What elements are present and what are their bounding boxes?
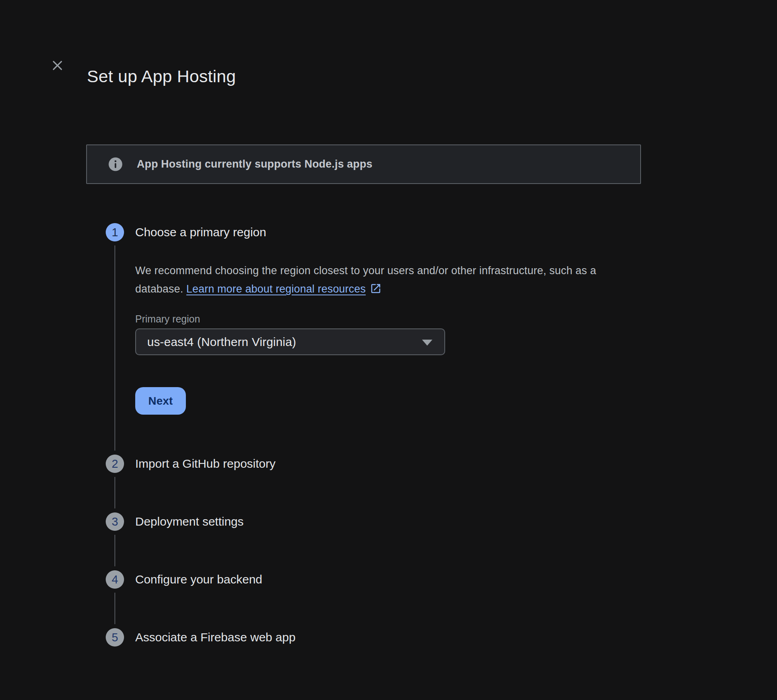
step-1-title: Choose a primary region (135, 223, 641, 241)
step-associate-firebase-web-app: 5 Associate a Firebase web app (106, 628, 641, 647)
setup-app-hosting-dialog: Set up App Hosting App Hosting currently… (0, 0, 777, 700)
close-icon (51, 59, 64, 72)
close-button[interactable] (46, 54, 69, 77)
step-choose-primary-region: 1 Choose a primary region We recommend c… (106, 223, 641, 455)
step-1-content: Choose a primary region We recommend cho… (135, 223, 641, 455)
open-in-new-icon (370, 282, 382, 294)
page-title: Set up App Hosting (87, 63, 236, 89)
step-1-description: We recommend choosing the region closest… (135, 261, 624, 298)
dialog-body: App Hosting currently supports Node.js a… (86, 144, 641, 647)
step-2-rail: 2 (106, 455, 124, 512)
step-4-rail: 4 (106, 570, 124, 628)
step-import-github-repository: 2 Import a GitHub repository (106, 455, 641, 512)
step-2-number-badge: 2 (106, 455, 124, 473)
primary-region-label: Primary region (135, 312, 641, 325)
info-icon (107, 156, 124, 172)
step-4-number-badge: 4 (106, 570, 124, 589)
step-1-number-badge: 1 (106, 223, 124, 241)
learn-more-link-label: Learn more about regional resources (186, 283, 366, 295)
step-5-rail: 5 (106, 628, 124, 647)
step-connector-line (114, 245, 115, 451)
step-5-number-badge: 5 (106, 628, 124, 647)
primary-region-select[interactable]: us-east4 (Northern Virginia) (135, 328, 445, 355)
primary-region-selected-value: us-east4 (Northern Virginia) (147, 335, 296, 349)
step-connector-line (114, 535, 115, 566)
step-2-content: Import a GitHub repository (135, 455, 641, 512)
step-3-rail: 3 (106, 512, 124, 570)
banner-text: App Hosting currently supports Node.js a… (137, 158, 373, 170)
next-button[interactable]: Next (135, 387, 186, 415)
step-configure-backend: 4 Configure your backend (106, 570, 641, 628)
learn-more-link[interactable]: Learn more about regional resources (186, 283, 366, 295)
step-connector-line (114, 477, 115, 508)
setup-stepper: 1 Choose a primary region We recommend c… (106, 223, 641, 647)
step-1-rail: 1 (106, 223, 124, 455)
step-3-number-badge: 3 (106, 512, 124, 531)
step-4-title: Configure your backend (135, 570, 641, 589)
step-2-title: Import a GitHub repository (135, 455, 641, 473)
step-deployment-settings: 3 Deployment settings (106, 512, 641, 570)
step-connector-line (114, 593, 115, 624)
step-4-content: Configure your backend (135, 570, 641, 628)
step-5-title: Associate a Firebase web app (135, 628, 641, 647)
step-3-content: Deployment settings (135, 512, 641, 570)
step-3-title: Deployment settings (135, 512, 641, 531)
step-5-content: Associate a Firebase web app (135, 628, 641, 647)
dropdown-arrow-icon (422, 340, 432, 346)
info-banner: App Hosting currently supports Node.js a… (86, 144, 641, 184)
